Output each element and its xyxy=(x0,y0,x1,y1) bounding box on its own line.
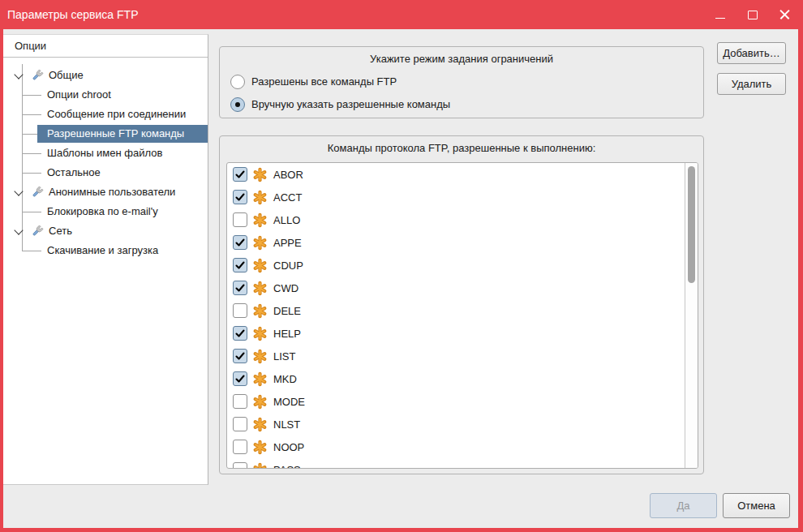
command-checkbox[interactable] xyxy=(233,394,247,409)
command-row[interactable]: HELP xyxy=(227,322,698,345)
ftp-command-list[interactable]: ABOR ACCT xyxy=(226,162,698,469)
ftp-command-icon xyxy=(252,462,268,470)
ftp-command-icon xyxy=(252,303,268,319)
ftp-command-icon xyxy=(252,235,268,251)
ftp-commands-groupbox: Команды протокола FTP, разрешенные к вып… xyxy=(219,135,704,474)
tree-item-connect-message[interactable]: Сообщение при соединении xyxy=(3,105,208,124)
wrench-icon xyxy=(31,69,44,82)
ftp-command-icon xyxy=(252,371,268,387)
dialog-content: Опции Общие Опции chroot xyxy=(3,29,798,528)
command-checkbox[interactable] xyxy=(233,440,247,454)
ftp-command-icon xyxy=(252,167,268,182)
close-button[interactable] xyxy=(778,7,792,22)
command-checkbox[interactable] xyxy=(233,235,247,250)
ftp-command-icon xyxy=(252,212,268,228)
ftp-commands-title: Команды протокола FTP, разрешенные к вып… xyxy=(220,142,703,154)
command-label: NLST xyxy=(273,418,300,431)
tree-item-anonymous-users[interactable]: Анонимные пользователи xyxy=(3,182,208,202)
tree-item-other[interactable]: Остальное xyxy=(3,163,208,182)
tree-item-chroot[interactable]: Опции chroot xyxy=(3,85,208,105)
tree-item-label: Блокировка по e-mail'у xyxy=(47,202,158,221)
tree-item-allowed-ftp-commands[interactable]: Разрешенные FTP команды xyxy=(3,124,208,144)
minimize-button[interactable] xyxy=(713,7,728,22)
command-row[interactable]: MODE xyxy=(227,390,698,413)
minimize-icon xyxy=(715,18,725,19)
command-label: MODE xyxy=(273,396,305,408)
command-checkbox[interactable] xyxy=(233,349,247,363)
command-label: APPE xyxy=(273,237,302,249)
chevron-down-icon[interactable] xyxy=(15,71,22,78)
tree-item-filename-templates[interactable]: Шаблоны имен файлов xyxy=(3,144,208,163)
command-row[interactable]: ALLO xyxy=(227,208,698,231)
titlebar: Параметры сервиса FTP xyxy=(0,0,803,29)
command-checkbox[interactable] xyxy=(233,417,247,431)
wrench-icon xyxy=(31,186,44,199)
remove-button[interactable]: Удалить xyxy=(717,73,786,95)
tree-item-label: Общие xyxy=(49,66,84,85)
list-scrollbar[interactable] xyxy=(685,163,698,468)
command-checkbox[interactable] xyxy=(233,258,247,272)
command-label: ALLO xyxy=(273,214,300,226)
command-label: CDUP xyxy=(273,260,303,272)
tree-item-email-block[interactable]: Блокировка по e-mail'у xyxy=(3,202,208,221)
command-checkbox[interactable] xyxy=(233,326,247,341)
ftp-command-icon xyxy=(252,394,268,410)
command-row[interactable]: NOOP xyxy=(227,435,698,458)
command-checkbox[interactable] xyxy=(233,212,247,227)
ftp-command-icon xyxy=(252,417,268,432)
radio-label: Разрешены все команды FTP xyxy=(251,72,397,92)
tree-item-label: Скачивание и загрузка xyxy=(47,241,158,260)
command-checkbox[interactable] xyxy=(233,371,247,386)
radio-icon[interactable] xyxy=(230,75,245,89)
ftp-command-icon xyxy=(252,281,268,296)
command-row[interactable]: MKD xyxy=(227,367,698,390)
tree-item-network[interactable]: Сеть xyxy=(3,221,208,241)
command-checkbox[interactable] xyxy=(233,303,247,318)
window-controls xyxy=(713,0,792,29)
command-row[interactable]: NLST xyxy=(227,413,698,435)
ftp-command-icon xyxy=(252,349,268,364)
command-row[interactable]: CWD xyxy=(227,277,698,299)
radio-label: Вручную указать разрешенные команды xyxy=(251,95,450,114)
tree-item-general[interactable]: Общие xyxy=(3,66,208,85)
radio-icon[interactable] xyxy=(230,97,245,112)
ftp-command-icon xyxy=(252,258,268,273)
options-tree: Общие Опции chroot Сообщение при соедине… xyxy=(3,58,208,484)
radio-allow-all-commands[interactable]: Разрешены все команды FTP xyxy=(220,72,703,92)
tree-item-label: Разрешенные FTP команды xyxy=(47,124,184,144)
command-label: PASS xyxy=(273,464,301,470)
command-checkbox[interactable] xyxy=(233,190,247,204)
restriction-mode-groupbox: Укажите режим задания ограничений Разреш… xyxy=(219,46,704,118)
tree-item-label: Сеть xyxy=(49,221,72,241)
add-button[interactable]: Добавить… xyxy=(717,42,786,64)
command-label: NOOP xyxy=(273,441,304,453)
tree-item-label: Остальное xyxy=(47,163,101,182)
command-checkbox[interactable] xyxy=(233,167,247,182)
command-row[interactable]: DELE xyxy=(227,299,698,322)
command-row[interactable]: PASS xyxy=(227,458,698,469)
command-row[interactable]: ACCT xyxy=(227,186,698,208)
ok-button[interactable]: Да xyxy=(650,493,717,518)
command-row[interactable]: ABOR xyxy=(227,163,698,186)
radio-manual-commands[interactable]: Вручную указать разрешенные команды xyxy=(220,95,703,114)
maximize-button[interactable] xyxy=(745,7,760,22)
chevron-down-icon[interactable] xyxy=(15,227,22,234)
wrench-icon xyxy=(31,225,44,238)
command-checkbox[interactable] xyxy=(233,462,247,469)
ftp-command-icon xyxy=(252,190,268,205)
command-label: ACCT xyxy=(273,191,302,204)
tree-item-label: Сообщение при соединении xyxy=(47,105,186,124)
command-checkbox[interactable] xyxy=(233,281,247,295)
options-panel-header: Опции xyxy=(3,35,208,58)
ftp-command-icon xyxy=(252,326,268,341)
tree-item-label: Анонимные пользователи xyxy=(49,182,175,202)
command-row[interactable]: LIST xyxy=(227,345,698,367)
chevron-down-icon[interactable] xyxy=(15,188,22,195)
scrollbar-thumb[interactable] xyxy=(688,166,695,283)
command-row[interactable]: APPE xyxy=(227,231,698,254)
cancel-button[interactable]: Отмена xyxy=(723,493,790,518)
tree-item-download-upload[interactable]: Скачивание и загрузка xyxy=(3,241,208,260)
command-label: CWD xyxy=(273,282,298,294)
command-row[interactable]: CDUP xyxy=(227,254,698,277)
command-label: LIST xyxy=(273,350,295,363)
